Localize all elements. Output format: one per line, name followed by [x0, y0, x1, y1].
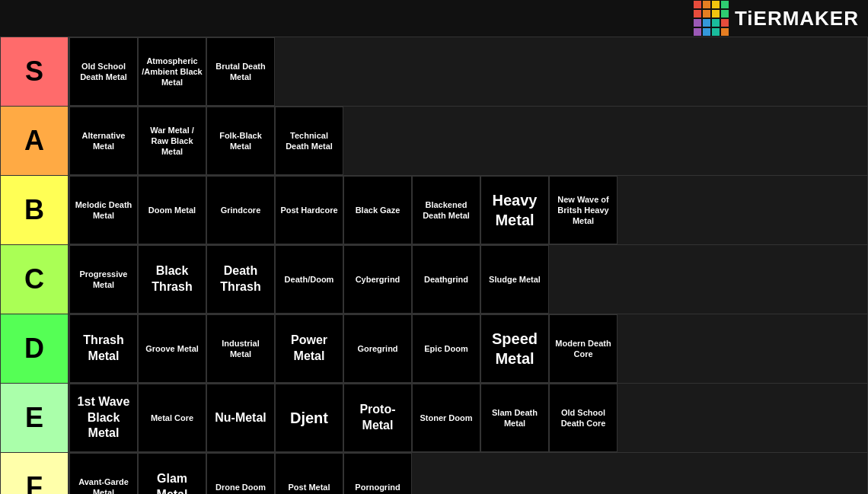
cell-s-0[interactable]: Old School Death Metal: [69, 37, 138, 106]
tier-row-c: CProgressive MetalBlack ThrashDeath Thra…: [1, 245, 867, 314]
logo-dot-3: [721, 1, 729, 8]
cell-e-2[interactable]: Nu-Metal: [206, 384, 275, 452]
logo-dot-15: [721, 28, 729, 36]
logo-dot-5: [703, 10, 710, 18]
cell-b-1[interactable]: Doom Metal: [138, 176, 206, 244]
cell-b-7[interactable]: New Wave of Britsh Heavy Metal: [549, 176, 617, 244]
tier-label-s: S: [1, 37, 69, 106]
cell-c-0[interactable]: Progressive Metal: [69, 245, 138, 314]
tier-row-e: E1st Wave Black MetalMetal CoreNu-MetalD…: [1, 384, 867, 453]
cell-d-0[interactable]: Thrash Metal: [69, 314, 138, 383]
cell-b-3[interactable]: Post Hardcore: [275, 176, 343, 244]
cell-f-0[interactable]: Avant-Garde Metal: [69, 453, 138, 494]
header: TiERMAKER: [0, 0, 868, 37]
cell-d-3[interactable]: Power Metal: [275, 314, 343, 383]
cell-c-1[interactable]: Black Thrash: [138, 245, 206, 314]
tier-cells-d: Thrash MetalGroove MetalIndustrial Metal…: [69, 314, 867, 383]
cell-f-1[interactable]: Glam Metal: [138, 453, 206, 494]
tier-cells-a: Alternative MetalWar Metal / Raw Black M…: [69, 107, 867, 175]
cell-b-6[interactable]: Heavy Metal: [480, 176, 549, 244]
cell-c-3[interactable]: Death/Doom: [275, 245, 343, 314]
tier-row-d: DThrash MetalGroove MetalIndustrial Meta…: [1, 314, 867, 384]
logo-dot-2: [712, 1, 720, 8]
logo-dot-14: [712, 28, 720, 36]
cell-d-1[interactable]: Groove Metal: [138, 314, 206, 383]
tier-label-e: E: [1, 384, 69, 452]
tier-label-a: A: [1, 107, 69, 175]
logo-dot-0: [694, 1, 701, 8]
cell-c-5[interactable]: Deathgrind: [412, 245, 480, 314]
logo-text: TiERMAKER: [735, 7, 859, 30]
logo-dot-1: [703, 1, 710, 8]
logo-dot-9: [703, 19, 710, 27]
logo-dot-11: [721, 19, 729, 27]
tier-label-d: D: [1, 314, 69, 383]
cell-b-4[interactable]: Black Gaze: [343, 176, 412, 244]
cell-a-2[interactable]: Folk-Black Metal: [206, 107, 275, 175]
tier-cells-f: Avant-Garde MetalGlam MetalDrone DoomPos…: [69, 453, 867, 494]
cell-e-1[interactable]: Metal Core: [138, 384, 206, 452]
cell-e-0[interactable]: 1st Wave Black Metal: [69, 384, 138, 452]
tier-cells-s: Old School Death MetalAtmospheric /Ambie…: [69, 37, 867, 106]
tier-row-b: BMelodic Death MetalDoom MetalGrindcoreP…: [1, 176, 867, 245]
cell-a-3[interactable]: Technical Death Metal: [275, 107, 343, 175]
tier-cells-e: 1st Wave Black MetalMetal CoreNu-MetalDj…: [69, 384, 867, 452]
cell-b-2[interactable]: Grindcore: [206, 176, 275, 244]
tier-row-f: FAvant-Garde MetalGlam MetalDrone DoomPo…: [1, 453, 867, 494]
tier-label-f: F: [1, 453, 69, 494]
logo-dot-4: [694, 10, 701, 18]
cell-d-5[interactable]: Epic Doom: [412, 314, 480, 383]
cell-f-3[interactable]: Post Metal: [275, 453, 343, 494]
cell-d-6[interactable]: Speed Metal: [480, 314, 549, 383]
cell-d-4[interactable]: Goregrind: [343, 314, 412, 383]
cell-f-4[interactable]: Pornogrind: [343, 453, 412, 494]
logo-dot-12: [694, 28, 701, 36]
cell-e-3[interactable]: Djent: [275, 384, 343, 452]
tier-label-b: B: [1, 176, 69, 244]
tier-row-s: SOld School Death MetalAtmospheric /Ambi…: [1, 37, 867, 107]
tier-table: SOld School Death MetalAtmospheric /Ambi…: [0, 37, 868, 494]
cell-d-7[interactable]: Modern Death Core: [549, 314, 617, 383]
cell-a-0[interactable]: Alternative Metal: [69, 107, 138, 175]
cell-b-0[interactable]: Melodic Death Metal: [69, 176, 138, 244]
logo-dot-13: [703, 28, 710, 36]
cell-e-5[interactable]: Stoner Doom: [412, 384, 480, 452]
logo-dot-10: [712, 19, 720, 27]
cell-e-7[interactable]: Old School Death Core: [549, 384, 617, 452]
tier-cells-c: Progressive MetalBlack ThrashDeath Thras…: [69, 245, 867, 314]
logo-grid: [694, 1, 729, 36]
cell-s-1[interactable]: Atmospheric /Ambient Black Metal: [138, 37, 206, 106]
cell-c-6[interactable]: Sludge Metal: [480, 245, 549, 314]
logo: TiERMAKER: [694, 1, 859, 36]
tier-cells-b: Melodic Death MetalDoom MetalGrindcorePo…: [69, 176, 867, 244]
logo-dot-6: [712, 10, 720, 18]
cell-d-2[interactable]: Industrial Metal: [206, 314, 275, 383]
cell-e-4[interactable]: Proto-Metal: [343, 384, 412, 452]
logo-dot-8: [694, 19, 701, 27]
tier-label-c: C: [1, 245, 69, 314]
cell-f-2[interactable]: Drone Doom: [206, 453, 275, 494]
main-container: TiERMAKER SOld School Death MetalAtmosph…: [0, 0, 868, 494]
cell-a-1[interactable]: War Metal / Raw Black Metal: [138, 107, 206, 175]
cell-e-6[interactable]: Slam Death Metal: [480, 384, 549, 452]
tier-row-a: AAlternative MetalWar Metal / Raw Black …: [1, 107, 867, 176]
cell-s-2[interactable]: Brutal Death Metal: [206, 37, 275, 106]
cell-c-2[interactable]: Death Thrash: [206, 245, 275, 314]
logo-dot-7: [721, 10, 729, 18]
cell-b-5[interactable]: Blackened Death Metal: [412, 176, 480, 244]
cell-c-4[interactable]: Cybergrind: [343, 245, 412, 314]
